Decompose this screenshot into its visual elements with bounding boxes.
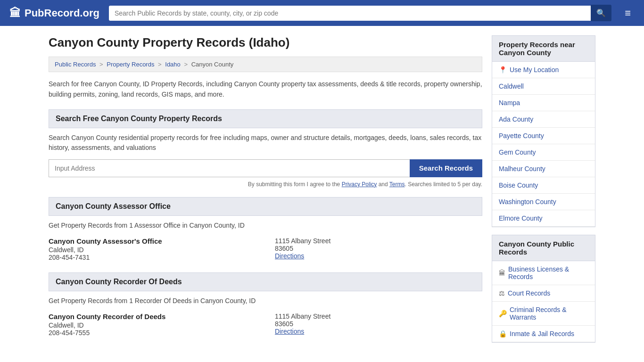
- search-icon: 🔍: [596, 9, 606, 17]
- breadcrumb: Public Records > Property Records > Idah…: [49, 57, 482, 72]
- breadcrumb-canyon-county: Canyon County: [191, 61, 234, 68]
- recorder-phone: 208-454-7555: [49, 329, 256, 337]
- use-location-label: Use My Location: [510, 66, 559, 74]
- assessor-col-right: 1115 Albany Street 83605 Directions: [275, 237, 482, 261]
- recorder-section-header: Canyon County Recorder Of Deeds: [49, 272, 482, 291]
- logo-icon: 🏛: [9, 7, 21, 20]
- sidebar-item-payette-county[interactable]: Payette County: [492, 128, 595, 144]
- court-icon: ⚖: [499, 289, 505, 297]
- sidebar-item-court-records[interactable]: ⚖ Court Records: [492, 285, 595, 302]
- logo-text: PubRecord.org: [25, 7, 99, 19]
- search-records-button[interactable]: Search Records: [410, 159, 482, 177]
- search-section-desc: Search Canyon County residential propert…: [49, 133, 482, 153]
- sidebar-item-caldwell[interactable]: Caldwell: [492, 78, 595, 95]
- search-section-header: Search Free Canyon County Property Recor…: [49, 109, 482, 128]
- form-disclaimer: By submitting this form I agree to the P…: [49, 181, 482, 188]
- assessor-description: Get Property Records from 1 Assessor Off…: [49, 221, 482, 230]
- recorder-description: Get Property Records from 1 Recorder Of …: [49, 296, 482, 306]
- main-content: Canyon County Property Records (Idaho) P…: [49, 35, 482, 350]
- assessor-office-name: Canyon County Assessor's Office: [49, 237, 256, 245]
- breadcrumb-sep-1: >: [99, 61, 105, 68]
- assessor-zip: 83605: [275, 245, 482, 252]
- assessor-col-left: Canyon County Assessor's Office Caldwell…: [49, 237, 256, 261]
- assessor-entry: Canyon County Assessor's Office Caldwell…: [49, 237, 482, 261]
- sidebar: Property Records near Canyon County 📍 Us…: [492, 35, 595, 350]
- sidebar-use-location[interactable]: 📍 Use My Location: [492, 62, 595, 78]
- assessor-address: 1115 Albany Street: [275, 237, 482, 245]
- sidebar-item-criminal-records[interactable]: 🔑 Criminal Records & Warrants: [492, 302, 595, 326]
- sidebar-item-nampa[interactable]: Nampa: [492, 95, 595, 111]
- sidebar-item-malheur-county[interactable]: Malheur County: [492, 161, 595, 177]
- sidebar-item-boise-county[interactable]: Boise County: [492, 177, 595, 194]
- sidebar-item-ada-county[interactable]: Ada County: [492, 111, 595, 128]
- sidebar-item-elmore-county[interactable]: Elmore County: [492, 210, 595, 227]
- nearby-list: 📍 Use My Location Caldwell Nampa Ada Cou…: [492, 62, 595, 227]
- breadcrumb-sep-3: >: [184, 61, 189, 68]
- recorder-entry: Canyon County Recorder of Deeds Caldwell…: [49, 313, 482, 337]
- recorder-section: Canyon County Recorder Of Deeds Get Prop…: [49, 272, 482, 337]
- breadcrumb-property-records[interactable]: Property Records: [107, 61, 154, 68]
- privacy-policy-link[interactable]: Privacy Policy: [342, 181, 377, 188]
- sidebar-item-washington-county[interactable]: Washington County: [492, 194, 595, 210]
- main-wrapper: Canyon County Property Records (Idaho) P…: [39, 26, 605, 360]
- recorder-col-right: 1115 Albany Street 83605 Directions: [275, 313, 482, 337]
- breadcrumb-sep-2: >: [158, 61, 163, 68]
- jail-icon: 🔒: [499, 330, 507, 337]
- breadcrumb-idaho[interactable]: Idaho: [165, 61, 181, 68]
- assessor-city: Caldwell, ID: [49, 246, 256, 254]
- public-records-list: 🏛 Business Licenses & Records ⚖ Court Re…: [492, 261, 595, 343]
- search-form: Search Records: [49, 159, 482, 177]
- recorder-row: Canyon County Recorder of Deeds Caldwell…: [49, 313, 482, 337]
- sidebar-item-business-licenses[interactable]: 🏛 Business Licenses & Records: [492, 261, 595, 285]
- page-title: Canyon County Property Records (Idaho): [49, 35, 482, 50]
- recorder-address: 1115 Albany Street: [275, 313, 482, 320]
- site-header: 🏛 PubRecord.org 🔍 ≡: [0, 0, 644, 26]
- assessor-section-header: Canyon County Assessor Office: [49, 197, 482, 216]
- sidebar-item-gem-county[interactable]: Gem County: [492, 144, 595, 161]
- header-search-container: 🔍: [109, 5, 611, 21]
- header-menu-button[interactable]: ≡: [621, 5, 635, 21]
- nearby-section-header: Property Records near Canyon County: [492, 35, 595, 62]
- breadcrumb-public-records[interactable]: Public Records: [55, 61, 96, 68]
- assessor-row: Canyon County Assessor's Office Caldwell…: [49, 237, 482, 261]
- header-search-input[interactable]: [109, 6, 591, 21]
- intro-text: Search for free Canyon County, ID Proper…: [49, 79, 482, 100]
- logo[interactable]: 🏛 PubRecord.org: [9, 7, 99, 20]
- hamburger-icon: ≡: [625, 7, 631, 19]
- recorder-col-left: Canyon County Recorder of Deeds Caldwell…: [49, 313, 256, 337]
- recorder-directions-link[interactable]: Directions: [275, 328, 304, 335]
- criminal-icon: 🔑: [499, 310, 507, 317]
- location-icon: 📍: [499, 66, 507, 74]
- recorder-city: Caldwell, ID: [49, 321, 256, 329]
- assessor-phone: 208-454-7431: [49, 254, 256, 261]
- assessor-directions-link[interactable]: Directions: [275, 252, 304, 260]
- sidebar-item-inmate-records[interactable]: 🔒 Inmate & Jail Records: [492, 326, 595, 342]
- public-records-section-header: Canyon County Public Records: [492, 235, 595, 261]
- recorder-office-name: Canyon County Recorder of Deeds: [49, 313, 256, 321]
- business-icon: 🏛: [499, 269, 505, 277]
- assessor-section: Canyon County Assessor Office Get Proper…: [49, 197, 482, 261]
- address-input[interactable]: [49, 159, 410, 177]
- recorder-zip: 83605: [275, 320, 482, 328]
- terms-link[interactable]: Terms: [389, 181, 405, 188]
- header-search-button[interactable]: 🔍: [591, 5, 611, 21]
